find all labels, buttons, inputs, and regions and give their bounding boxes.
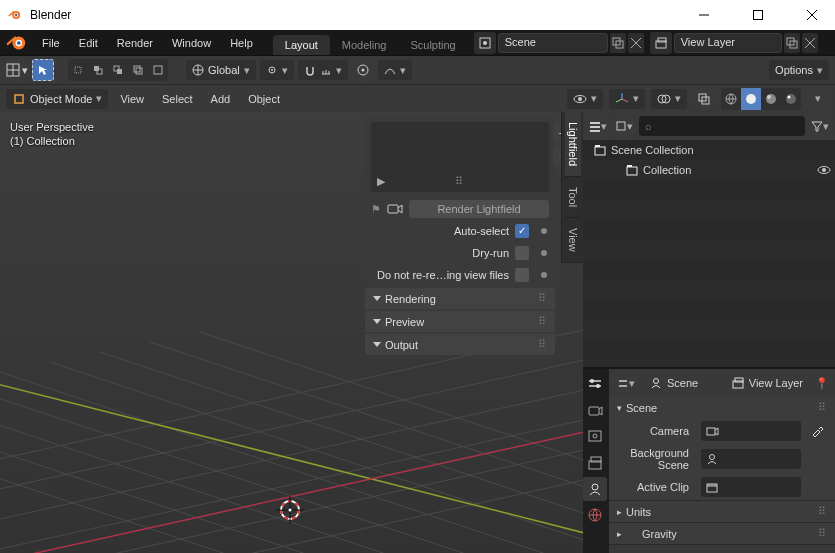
scene-new-button[interactable] <box>610 33 626 53</box>
props-viewlayer-crumb[interactable]: View Layer <box>727 374 807 392</box>
anim-dot-icon[interactable] <box>541 228 547 234</box>
anim-dot-icon[interactable] <box>541 250 547 256</box>
grip-icon[interactable]: ⠿ <box>538 338 547 351</box>
auto-select-checkbox[interactable] <box>515 224 529 238</box>
orientation-dropdown[interactable]: Global▾ <box>186 60 256 80</box>
viewlayer-selector[interactable]: View Layer <box>650 32 818 54</box>
proportional-falloff-dropdown[interactable]: ▾ <box>378 60 412 80</box>
tab-view[interactable]: View <box>565 218 581 263</box>
props-scene-crumb[interactable]: Scene <box>645 374 702 392</box>
panel-gravity-header[interactable]: ▸Gravity⠿ <box>609 523 835 544</box>
pivot-dropdown[interactable]: ▾ <box>260 60 294 80</box>
viewlayer-delete-button[interactable] <box>802 33 818 53</box>
tab-layout[interactable]: Layout <box>273 35 330 55</box>
outliner-scene-collection[interactable]: Scene Collection <box>583 140 835 160</box>
snap-dropdown[interactable]: ▾ <box>298 60 348 80</box>
options-dropdown[interactable]: Options▾ <box>769 60 829 80</box>
shading-solid[interactable] <box>741 88 761 110</box>
shading-options-dropdown[interactable]: ▾ <box>807 88 829 110</box>
grip-icon[interactable]: ⠿ <box>818 505 827 518</box>
select-invert-icon[interactable] <box>108 59 128 81</box>
activeclip-field[interactable] <box>701 477 801 497</box>
scene-selector[interactable]: Scene <box>474 32 644 54</box>
section-rendering[interactable]: Rendering⠿ <box>365 288 555 309</box>
select-intersect-icon[interactable] <box>128 59 148 81</box>
menu-window[interactable]: Window <box>164 33 219 53</box>
svg-rect-30 <box>134 66 140 72</box>
n-panel-tabs: Lightfield Tool View <box>561 112 583 263</box>
dry-run-checkbox[interactable] <box>515 246 529 260</box>
scene-delete-button[interactable] <box>628 33 644 53</box>
prop-tab-render[interactable] <box>583 399 607 423</box>
section-output[interactable]: Output⠿ <box>365 334 555 355</box>
prop-tab-scene[interactable] <box>583 477 607 501</box>
play-icon[interactable]: ▶ <box>377 175 385 188</box>
tab-lightfield[interactable]: Lightfield <box>565 112 581 177</box>
xray-toggle[interactable] <box>693 88 715 110</box>
outliner-display-mode[interactable]: ▾ <box>613 115 635 137</box>
tool-select-box[interactable] <box>32 59 54 81</box>
shading-rendered[interactable] <box>781 88 801 110</box>
shading-material[interactable] <box>761 88 781 110</box>
outliner-search[interactable]: ⌕ <box>639 116 805 136</box>
prop-tab-options[interactable] <box>583 373 607 397</box>
menu-select-header[interactable]: Select <box>156 93 199 105</box>
collection-enable-checkbox[interactable] <box>609 164 621 176</box>
menu-file[interactable]: File <box>34 33 68 53</box>
select-extend-icon[interactable] <box>68 59 88 81</box>
outliner[interactable]: Scene Collection Collection <box>583 140 835 367</box>
props-editor-type[interactable]: ▾ <box>615 372 637 394</box>
menu-help[interactable]: Help <box>222 33 261 53</box>
grip-icon[interactable]: ⠿ <box>538 315 547 328</box>
browse-viewlayer-icon[interactable] <box>650 32 672 54</box>
menu-edit[interactable]: Edit <box>71 33 106 53</box>
anim-dot-icon[interactable] <box>541 272 547 278</box>
tab-tool[interactable]: Tool <box>565 177 581 218</box>
prop-tab-output[interactable] <box>583 425 607 449</box>
eyedropper-icon[interactable] <box>807 421 827 441</box>
no-rerender-checkbox[interactable] <box>515 268 529 282</box>
editor-type-button[interactable]: ▾ <box>6 59 28 81</box>
render-lightfield-button[interactable]: Render Lightfield <box>409 200 549 218</box>
window-close-button[interactable] <box>789 0 835 30</box>
prop-tab-world[interactable] <box>583 503 607 527</box>
prop-tab-viewlayer[interactable] <box>583 451 607 475</box>
3d-viewport[interactable]: User Perspective (1) Collection + − ▶ ⠿ … <box>0 112 583 553</box>
section-preview[interactable]: Preview⠿ <box>365 311 555 332</box>
visibility-eye-icon[interactable] <box>817 163 831 177</box>
grip-icon[interactable]: ⠿ <box>538 292 547 305</box>
grip-icon[interactable]: ⠿ <box>818 527 827 540</box>
viewlayer-new-button[interactable] <box>784 33 800 53</box>
browse-scene-icon[interactable] <box>474 32 496 54</box>
tab-sculpting[interactable]: Sculpting <box>398 35 467 55</box>
panel-units-header[interactable]: ▸Units⠿ <box>609 501 835 522</box>
outliner-editor-type[interactable]: ▾ <box>587 115 609 137</box>
menu-view[interactable]: View <box>114 93 150 105</box>
visibility-dropdown[interactable]: ▾ <box>567 89 603 109</box>
outliner-collection-row[interactable]: Collection <box>583 160 835 180</box>
bgscene-label: Background Scene <box>617 447 695 471</box>
menu-add[interactable]: Add <box>205 93 237 105</box>
select-difference-icon[interactable] <box>148 59 168 81</box>
tab-modeling[interactable]: Modeling <box>330 35 399 55</box>
scene-name-field[interactable]: Scene <box>498 33 608 53</box>
overlay-dropdown[interactable]: ▾ <box>651 89 687 109</box>
outliner-filter-button[interactable]: ▾ <box>809 115 831 137</box>
pin-icon[interactable]: 📍 <box>815 377 829 390</box>
viewport-header-2: Object Mode▾ View Select Add Object ▾ ▾ … <box>0 84 835 112</box>
window-minimize-button[interactable] <box>681 0 727 30</box>
viewlayer-name-field[interactable]: View Layer <box>674 33 782 53</box>
gravity-checkbox[interactable] <box>626 528 638 540</box>
menu-render[interactable]: Render <box>109 33 161 53</box>
bgscene-field[interactable] <box>701 449 801 469</box>
select-subtract-icon[interactable] <box>88 59 108 81</box>
mode-dropdown[interactable]: Object Mode▾ <box>6 89 108 109</box>
menu-object-header[interactable]: Object <box>242 93 286 105</box>
grip-icon[interactable]: ⠿ <box>818 401 827 414</box>
panel-scene-header[interactable]: ▾Scene⠿ <box>609 397 835 418</box>
gizmo-dropdown[interactable]: ▾ <box>609 89 645 109</box>
shading-wireframe[interactable] <box>721 88 741 110</box>
proportional-edit-button[interactable] <box>352 59 374 81</box>
camera-field[interactable] <box>701 421 801 441</box>
window-maximize-button[interactable] <box>735 0 781 30</box>
